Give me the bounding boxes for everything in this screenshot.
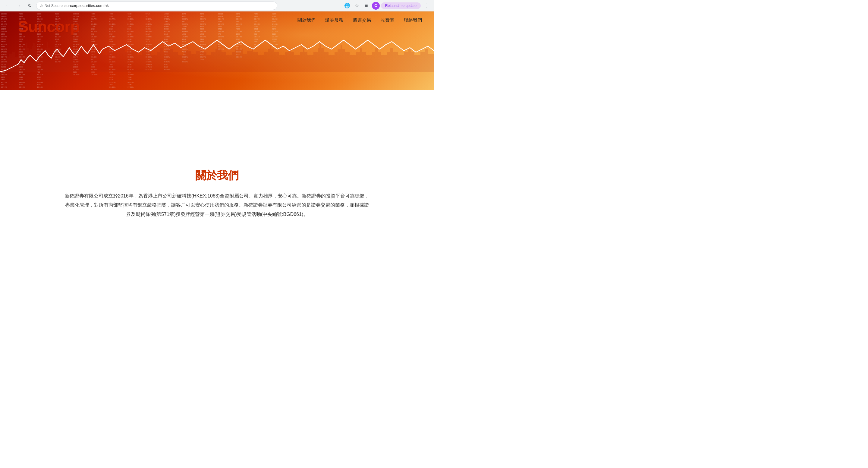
spacer xyxy=(0,90,434,144)
url-display: suncorpsecurities.com.hk xyxy=(64,3,109,8)
translate-button[interactable]: 🌐 xyxy=(343,1,351,10)
main-nav: 關於我們 證券服務 股票交易 收費表 聯絡我們 xyxy=(298,11,434,23)
nav-item-fees[interactable]: 收費表 xyxy=(381,18,394,23)
extensions-button[interactable]: ■ xyxy=(362,1,371,10)
profile-button[interactable]: C xyxy=(372,2,380,10)
forward-button[interactable]: → xyxy=(14,1,23,10)
back-button[interactable]: ← xyxy=(4,1,12,10)
nav-item-contact[interactable]: 聯絡我們 xyxy=(404,18,422,23)
nav-item-about[interactable]: 關於我們 xyxy=(298,18,315,23)
about-text: 新確證券有限公司成立於2016年，為香港上市公司新確科技(HKEX:1063)全… xyxy=(63,192,371,219)
logo[interactable]: Suncorp xyxy=(18,18,80,36)
more-options-button[interactable]: ⋮ xyxy=(422,1,430,10)
hero-section: 10000019712697.13%1204312.40% 1046210188… xyxy=(0,11,434,90)
about-section: 關於我們 新確證券有限公司成立於2016年，為香港上市公司新確科技(HKEX:1… xyxy=(51,144,383,237)
reload-button[interactable]: ↻ xyxy=(25,1,34,10)
relaunch-button[interactable]: Relaunch to update xyxy=(381,2,421,9)
nav-item-trading[interactable]: 股票交易 xyxy=(353,18,371,23)
bookmark-button[interactable]: ☆ xyxy=(352,1,361,10)
nav-item-services[interactable]: 證券服務 xyxy=(325,18,343,23)
about-title: 關於我們 xyxy=(63,168,371,183)
website-content: 10000019712697.13%1204312.40% 1046210188… xyxy=(0,11,434,237)
address-bar[interactable]: ⚠ Not Secure suncorpsecurities.com.hk xyxy=(36,1,277,10)
security-indicator: ⚠ Not Secure xyxy=(40,4,63,8)
browser-actions: 🌐 ☆ ■ C Relaunch to update ⋮ xyxy=(343,1,430,10)
logo-text: Suncorp xyxy=(18,18,80,35)
browser-toolbar: ← → ↻ ⚠ Not Secure suncorpsecurities.com… xyxy=(0,0,434,11)
security-label: Not Secure xyxy=(44,4,63,8)
warning-icon: ⚠ xyxy=(40,4,43,8)
